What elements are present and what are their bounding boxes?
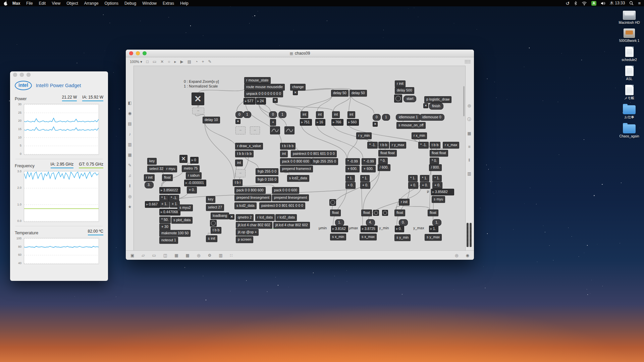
object-box[interactable]: * 1. [420, 175, 429, 182]
message-box[interactable]: 0. [399, 219, 408, 226]
object-box[interactable]: s lcd2_data [234, 202, 257, 209]
speaker-icon[interactable]: ♫ [128, 173, 131, 178]
object-box[interactable]: delay 10 [203, 117, 220, 123]
object-box[interactable]: key [206, 196, 215, 203]
sequencer-icon[interactable]: ▥ [128, 142, 131, 147]
object-box[interactable]: float float [378, 150, 397, 157]
toggle-box[interactable]: ✕ [235, 119, 240, 124]
grid2-icon[interactable]: ▩ [186, 253, 190, 258]
message-box[interactable]: finish [429, 103, 443, 110]
toggle-box[interactable]: ✕ [192, 93, 204, 105]
grid-toggle-icon[interactable] [465, 60, 471, 64]
object-box[interactable]: r y_min [356, 132, 372, 139]
object-box[interactable]: + 1. [159, 201, 169, 207]
toggle-box[interactable]: ✕ [423, 103, 428, 108]
object-box[interactable]: frgb 255 0 0 [256, 168, 278, 175]
favorites-star-icon[interactable]: ★ [128, 204, 132, 209]
number-box[interactable]: ▶0 [190, 157, 199, 164]
object-box[interactable]: delay 500 [395, 87, 414, 94]
object-box[interactable]: int [301, 111, 308, 118]
add-object-icon[interactable]: + [202, 59, 204, 64]
object-box[interactable]: s myu [432, 196, 445, 203]
object-box[interactable]: + 0. [408, 182, 418, 189]
object-box[interactable]: * 1. [360, 175, 370, 182]
vertical-scrollbar[interactable] [463, 86, 465, 116]
function-box[interactable] [284, 126, 294, 134]
grid-icon[interactable]: ▦ [467, 131, 471, 136]
object-box[interactable]: int [347, 111, 355, 118]
object-box[interactable]: int [332, 111, 340, 118]
patch-canvas[interactable]: 0 : Expand Zoom[x-y]1 : Normalized Scale… [133, 66, 466, 251]
dots-icon[interactable]: ∷ [230, 253, 233, 258]
object-box[interactable]: + 0. [187, 187, 197, 193]
toggle-box[interactable]: ✕ [179, 155, 187, 163]
object-box[interactable]: r lcd2_data [275, 214, 297, 221]
number-box[interactable]: ▶3.8725 [361, 226, 378, 232]
palette-icon[interactable]: ◧ [128, 101, 131, 105]
object-box[interactable]: t b b [430, 142, 440, 148]
toggle-box[interactable]: ✕ [293, 90, 298, 95]
object-box[interactable]: + [270, 119, 276, 126]
object-box[interactable]: s y_min [394, 234, 411, 241]
object-box[interactable]: + 600. [362, 166, 376, 172]
object-box[interactable]: jit.op @op + [236, 229, 259, 236]
desktop-icon-6[interactable]: Chaos_again [616, 123, 642, 138]
function-box[interactable] [270, 126, 280, 134]
bang-button[interactable] [382, 210, 388, 216]
object-box[interactable]: qmetro 2 [236, 214, 254, 221]
target-icon[interactable]: ◎ [455, 253, 458, 258]
pen-icon[interactable]: ✎ [128, 163, 131, 168]
object-box[interactable]: prepend linesegment [272, 194, 309, 201]
object-box[interactable]: s mouse_on_off [396, 122, 426, 129]
number-box-icon[interactable]: ▸ [174, 59, 176, 64]
number-box[interactable]: ▶3.856022 [159, 187, 180, 194]
menu-item-debug[interactable]: Debug [121, 1, 139, 6]
object-box[interactable]: r mouse_state [244, 77, 271, 84]
number-box[interactable]: ▶3.8162 [331, 226, 348, 232]
object-box[interactable]: pack 0 0 0 600 [272, 187, 299, 194]
subpatch-box[interactable]: ┄ [192, 108, 204, 114]
list-icon[interactable]: ≡ [468, 144, 470, 149]
number-box[interactable]: ▶24 [256, 98, 266, 105]
message-box[interactable]: 0 [373, 114, 381, 121]
object-box[interactable]: * 0. [378, 158, 388, 164]
toggle-box[interactable]: ✕ [229, 214, 234, 220]
media-icon[interactable]: ▦ [128, 153, 131, 157]
toggle-icon[interactable]: ✕ [160, 59, 164, 64]
object-box[interactable]: * -0.99 [345, 158, 360, 165]
object-box[interactable]: r y_max [390, 142, 406, 148]
object-box[interactable]: s init [206, 235, 217, 242]
minimize-button[interactable] [20, 73, 24, 77]
message-box[interactable]: 0 [235, 111, 244, 118]
message-box-icon[interactable]: ▭ [153, 59, 156, 64]
object-box[interactable]: r init [395, 80, 406, 87]
object-box[interactable]: * -1. [367, 142, 378, 148]
object-box[interactable]: * 50. [159, 217, 171, 223]
console-icon[interactable]: ▤ [128, 121, 131, 126]
power-icon[interactable]: ◎ [128, 194, 131, 199]
mixer-icon[interactable]: ‖ [469, 158, 470, 163]
object-box[interactable]: p logistic_draw [424, 96, 451, 103]
number-box[interactable]: ▶3.85682 [431, 189, 454, 195]
object-box[interactable]: t b i b b [280, 143, 296, 149]
menu-item-extras[interactable]: Extras [160, 1, 177, 6]
object-box[interactable]: pack 0 0 800 600 [234, 187, 266, 194]
subpatch-box[interactable]: ┄ [250, 126, 260, 134]
zoom-button[interactable] [26, 73, 31, 77]
object-box[interactable]: delay 50 [350, 90, 367, 97]
object-box[interactable]: noteout 1 [159, 237, 178, 244]
zoom-button[interactable] [143, 51, 147, 55]
message-box[interactable]: 1 [243, 111, 251, 118]
toggle-box[interactable]: ✕ [373, 122, 378, 127]
close-button[interactable] [129, 51, 133, 55]
object-box[interactable]: frgb 0 155 0 [256, 176, 278, 183]
number-box[interactable]: ▶0. [395, 226, 404, 232]
object-box[interactable]: * -0.99 [362, 158, 376, 165]
wrench-icon[interactable]: ⚙ [208, 253, 211, 258]
copy-icon[interactable]: ◫ [163, 253, 167, 258]
object-box[interactable]: route mouse mouseidle [244, 84, 285, 90]
object-box[interactable]: * 1. [408, 175, 418, 182]
object-box[interactable]: prepend linesegment [234, 194, 271, 201]
comment-icon[interactable]: ▭ [152, 253, 156, 258]
time-machine-icon[interactable]: ↺ [566, 1, 570, 6]
